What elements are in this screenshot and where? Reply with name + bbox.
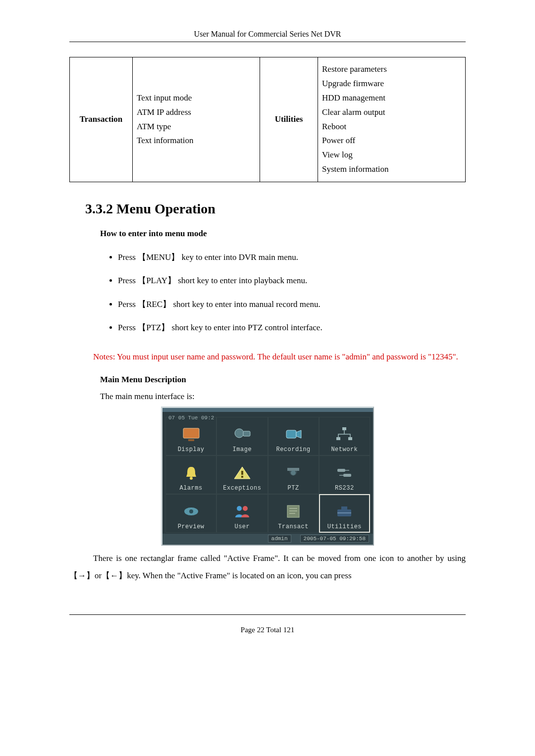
mainmenu-heading: Main Menu Description xyxy=(100,375,466,385)
svg-rect-11 xyxy=(241,471,243,475)
toolbox-icon xyxy=(334,503,355,520)
svg-rect-4 xyxy=(286,430,296,438)
svg-rect-6 xyxy=(342,427,346,430)
menu-label: Network xyxy=(331,446,358,453)
page-number-total: 121 xyxy=(283,626,295,634)
svg-point-18 xyxy=(189,509,193,513)
section-heading: 3.3.2 Menu Operation xyxy=(85,201,466,217)
list-item: Press 【MENU】 key to enter into DVR main … xyxy=(118,246,466,269)
menu-label: Utilities xyxy=(327,523,362,530)
monitor-icon xyxy=(181,425,202,443)
users-icon xyxy=(232,503,253,520)
dvr-titlebar xyxy=(162,408,373,412)
howto-heading: How to enter into menu mode xyxy=(100,229,466,239)
menu-item-recording[interactable]: Recording xyxy=(268,417,319,455)
svg-rect-21 xyxy=(287,505,299,517)
menu-item-image[interactable]: Image xyxy=(216,417,268,455)
menu-item-utilities[interactable]: Utilities xyxy=(319,494,370,533)
svg-rect-0 xyxy=(183,428,199,438)
running-header: User Manual for Commercial Series Net DV… xyxy=(69,30,466,42)
howto-bullet-list: Press 【MENU】 key to enter into DVR main … xyxy=(100,246,466,339)
page-label-mid: Total xyxy=(265,626,283,634)
list-item: Perss 【REC】 short key to enter into manu… xyxy=(118,293,466,316)
document-page: User Manual for Commercial Series Net DV… xyxy=(69,0,466,654)
menu-item-transact[interactable]: Transact xyxy=(268,494,319,533)
menu-label: PTZ xyxy=(288,485,299,492)
menu-item-ptz[interactable]: PTZ xyxy=(268,455,319,494)
list-item: Press 【PLAY】 short key to enter into pla… xyxy=(118,269,466,292)
menu-item-display[interactable]: Display xyxy=(165,417,216,455)
eye-icon xyxy=(181,503,202,520)
svg-rect-3 xyxy=(243,431,250,436)
camcorder-icon xyxy=(283,425,304,443)
dvr-main-menu: 07 05 Tue 09:2 Display Image xyxy=(161,406,374,546)
table-header-utilities: Utilities xyxy=(260,57,318,182)
notes-paragraph: Notes: You must input user name and pass… xyxy=(69,348,466,366)
status-user: admin xyxy=(268,535,291,543)
svg-rect-26 xyxy=(341,506,347,509)
menu-item-exceptions[interactable]: Exceptions xyxy=(216,455,268,494)
menu-label: User xyxy=(234,523,250,530)
svg-rect-7 xyxy=(336,437,340,440)
bell-icon xyxy=(181,464,202,482)
svg-point-14 xyxy=(291,470,296,475)
network-icon xyxy=(334,425,355,443)
svg-rect-27 xyxy=(337,512,351,513)
svg-rect-16 xyxy=(343,474,351,477)
svg-rect-8 xyxy=(348,437,352,440)
menu-parameters-table: Transaction Text input mode ATM IP addre… xyxy=(69,57,466,182)
menu-label: Recording xyxy=(276,446,310,453)
menu-label: Alarms xyxy=(180,485,203,492)
receipt-icon xyxy=(283,503,304,520)
svg-point-9 xyxy=(190,477,193,480)
svg-point-19 xyxy=(237,506,242,511)
mainmenu-intro: The main menu interface is: xyxy=(100,392,466,402)
serial-port-icon xyxy=(334,464,355,482)
table-cell-transaction-items: Text input mode ATM IP address ATM type … xyxy=(133,57,260,182)
menu-label: Transact xyxy=(278,523,309,530)
menu-label: RS232 xyxy=(335,485,354,492)
svg-rect-15 xyxy=(337,469,345,472)
table-header-transaction: Transaction xyxy=(70,57,133,182)
menu-label: Display xyxy=(178,446,205,453)
svg-point-2 xyxy=(235,429,244,438)
svg-marker-5 xyxy=(296,430,301,438)
status-datetime: 2005-07-05 09:29:58 xyxy=(300,535,369,543)
menu-label: Image xyxy=(233,446,252,453)
menu-item-rs232[interactable]: RS232 xyxy=(319,455,370,494)
svg-point-20 xyxy=(243,506,248,511)
camera-roll-icon xyxy=(232,425,253,443)
menu-label: Preview xyxy=(178,523,205,530)
list-item: Perss 【PTZ】 short key to enter into PTZ … xyxy=(118,316,466,339)
menu-item-alarms[interactable]: Alarms xyxy=(165,455,216,494)
dome-camera-icon xyxy=(283,464,304,482)
after-screenshot-paragraph: There is one rectanglar frame called "Ac… xyxy=(69,550,466,585)
menu-item-user[interactable]: User xyxy=(216,494,268,533)
page-label-prefix: Page xyxy=(241,626,257,634)
menu-item-preview[interactable]: Preview xyxy=(165,494,216,533)
svg-rect-1 xyxy=(188,439,194,441)
warning-icon xyxy=(232,464,253,482)
dvr-status-bar: admin 2005-07-05 09:29:58 xyxy=(162,534,373,545)
page-number-current: 22 xyxy=(257,626,265,634)
svg-rect-12 xyxy=(241,476,243,478)
table-cell-utilities-items: Restore parameters Upgrade firmware HDD … xyxy=(318,57,466,182)
menu-label: Exceptions xyxy=(223,485,261,492)
embedded-screenshot: 07 05 Tue 09:2 Display Image xyxy=(69,406,466,546)
page-footer: Page 22 Total 121 xyxy=(69,614,466,634)
menu-item-network[interactable]: Network xyxy=(319,417,370,455)
